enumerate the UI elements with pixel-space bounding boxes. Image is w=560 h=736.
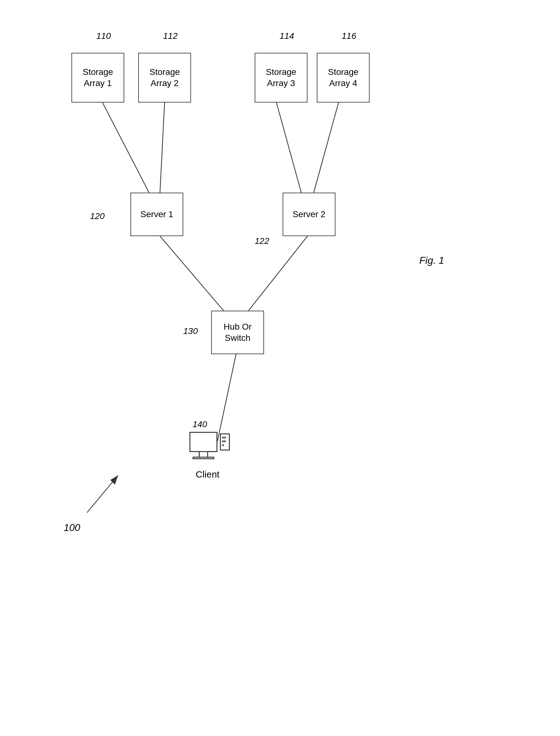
figure-label: Fig. 1 xyxy=(419,255,444,266)
svg-line-5 xyxy=(248,236,307,311)
server-2-id: 122 xyxy=(255,236,269,246)
svg-marker-8 xyxy=(110,475,118,485)
storage-array-2-box: StorageArray 2 xyxy=(138,53,191,103)
storage-array-4-box: StorageArray 4 xyxy=(317,53,370,103)
hub-switch-label: Hub OrSwitch xyxy=(224,321,252,344)
storage-array-1-id: 110 xyxy=(96,31,111,41)
storage-array-2-id: 112 xyxy=(163,31,178,41)
storage-array-1-box: StorageArray 1 xyxy=(71,53,124,103)
server-1-label: Server 1 xyxy=(140,209,173,220)
connection-lines xyxy=(0,0,560,736)
hub-switch-id: 130 xyxy=(183,326,198,336)
client-label: Client xyxy=(196,469,220,480)
svg-line-0 xyxy=(102,103,149,193)
svg-line-7 xyxy=(87,475,118,513)
svg-line-1 xyxy=(160,103,165,193)
client-id: 140 xyxy=(193,419,207,429)
client-icon xyxy=(189,432,230,457)
overall-id-label: 100 xyxy=(64,522,80,533)
storage-array-4-id: 116 xyxy=(342,31,356,41)
server-2-box: Server 2 xyxy=(283,193,335,236)
storage-array-3-id: 114 xyxy=(280,31,294,41)
server-1-box: Server 1 xyxy=(130,193,183,236)
svg-line-4 xyxy=(160,236,224,311)
diagram-container: StorageArray 1 110 StorageArray 2 112 St… xyxy=(0,0,560,736)
storage-array-2-label: StorageArray 2 xyxy=(149,66,180,89)
svg-line-6 xyxy=(217,354,236,441)
server-2-label: Server 2 xyxy=(293,209,326,220)
svg-line-2 xyxy=(276,103,301,193)
storage-array-3-box: StorageArray 3 xyxy=(255,53,307,103)
server-1-id: 120 xyxy=(90,211,105,221)
hub-switch-box: Hub OrSwitch xyxy=(211,311,264,354)
storage-array-3-label: StorageArray 3 xyxy=(266,66,296,89)
svg-line-3 xyxy=(314,103,339,193)
storage-array-4-label: StorageArray 4 xyxy=(328,66,358,89)
storage-array-1-label: StorageArray 1 xyxy=(83,66,113,89)
